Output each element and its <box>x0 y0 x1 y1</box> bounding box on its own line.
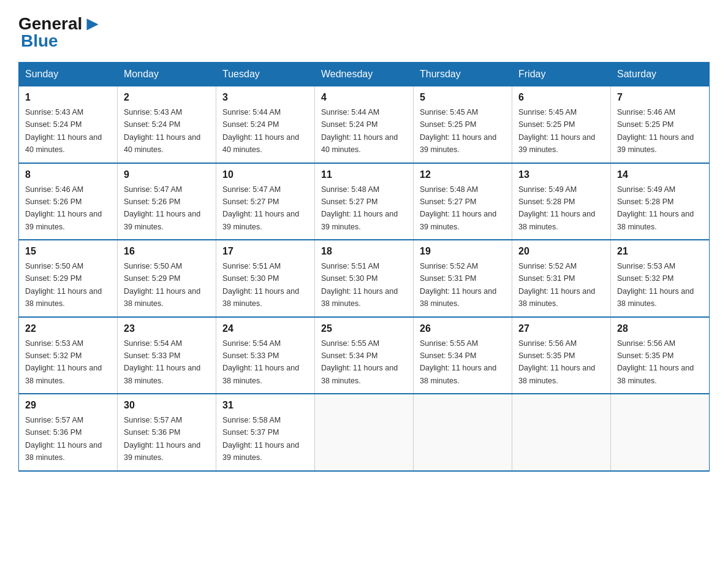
day-number: 23 <box>124 321 210 336</box>
weekday-header-row: SundayMondayTuesdayWednesdayThursdayFrid… <box>19 63 710 86</box>
calendar-cell: 21 Sunrise: 5:53 AMSunset: 5:32 PMDaylig… <box>611 240 710 317</box>
calendar-cell: 22 Sunrise: 5:53 AMSunset: 5:32 PMDaylig… <box>19 317 118 394</box>
day-info: Sunrise: 5:47 AMSunset: 5:27 PMDaylight:… <box>222 185 299 231</box>
calendar-cell: 11 Sunrise: 5:48 AMSunset: 5:27 PMDaylig… <box>315 163 414 240</box>
day-number: 5 <box>420 90 506 105</box>
day-info: Sunrise: 5:43 AMSunset: 5:24 PMDaylight:… <box>124 108 200 154</box>
day-info: Sunrise: 5:43 AMSunset: 5:24 PMDaylight:… <box>25 108 102 154</box>
calendar-cell: 17 Sunrise: 5:51 AMSunset: 5:30 PMDaylig… <box>216 240 315 317</box>
calendar-cell <box>611 394 710 471</box>
calendar-cell: 1 Sunrise: 5:43 AMSunset: 5:24 PMDayligh… <box>19 86 118 163</box>
calendar-cell: 10 Sunrise: 5:47 AMSunset: 5:27 PMDaylig… <box>216 163 315 240</box>
day-info: Sunrise: 5:57 AMSunset: 5:36 PMDaylight:… <box>25 416 102 462</box>
calendar-cell: 30 Sunrise: 5:57 AMSunset: 5:36 PMDaylig… <box>118 394 216 471</box>
weekday-header-wednesday: Wednesday <box>315 63 414 86</box>
calendar-cell <box>315 394 414 471</box>
day-number: 25 <box>321 321 407 336</box>
day-info: Sunrise: 5:57 AMSunset: 5:36 PMDaylight:… <box>124 416 200 462</box>
calendar-cell: 29 Sunrise: 5:57 AMSunset: 5:36 PMDaylig… <box>19 394 118 471</box>
day-number: 7 <box>617 90 703 105</box>
day-number: 19 <box>420 244 506 259</box>
day-info: Sunrise: 5:55 AMSunset: 5:34 PMDaylight:… <box>321 339 398 385</box>
day-info: Sunrise: 5:58 AMSunset: 5:37 PMDaylight:… <box>222 416 299 462</box>
day-info: Sunrise: 5:56 AMSunset: 5:35 PMDaylight:… <box>617 339 694 385</box>
logo-arrow-icon: ► <box>83 12 102 35</box>
calendar-cell: 28 Sunrise: 5:56 AMSunset: 5:35 PMDaylig… <box>611 317 710 394</box>
calendar-week-row: 15 Sunrise: 5:50 AMSunset: 5:29 PMDaylig… <box>19 240 710 317</box>
day-number: 22 <box>25 321 111 336</box>
day-number: 1 <box>25 90 111 105</box>
day-number: 31 <box>222 398 308 413</box>
day-number: 9 <box>124 167 210 182</box>
calendar-cell <box>512 394 611 471</box>
day-number: 26 <box>420 321 506 336</box>
day-number: 27 <box>518 321 604 336</box>
header: General ► Blue <box>18 12 710 51</box>
day-number: 15 <box>25 244 111 259</box>
day-number: 24 <box>222 321 308 336</box>
calendar-cell: 24 Sunrise: 5:54 AMSunset: 5:33 PMDaylig… <box>216 317 315 394</box>
day-number: 2 <box>124 90 210 105</box>
day-number: 3 <box>222 90 308 105</box>
calendar-cell: 25 Sunrise: 5:55 AMSunset: 5:34 PMDaylig… <box>315 317 414 394</box>
calendar-cell: 18 Sunrise: 5:51 AMSunset: 5:30 PMDaylig… <box>315 240 414 317</box>
weekday-header-tuesday: Tuesday <box>216 63 315 86</box>
logo-blue-text: Blue <box>21 31 58 51</box>
day-number: 16 <box>124 244 210 259</box>
day-info: Sunrise: 5:50 AMSunset: 5:29 PMDaylight:… <box>124 262 200 308</box>
day-info: Sunrise: 5:53 AMSunset: 5:32 PMDaylight:… <box>617 262 694 308</box>
day-info: Sunrise: 5:55 AMSunset: 5:34 PMDaylight:… <box>420 339 496 385</box>
weekday-header-sunday: Sunday <box>19 63 118 86</box>
day-number: 13 <box>518 167 604 182</box>
day-info: Sunrise: 5:47 AMSunset: 5:26 PMDaylight:… <box>124 185 200 231</box>
calendar-cell: 23 Sunrise: 5:54 AMSunset: 5:33 PMDaylig… <box>118 317 216 394</box>
day-number: 10 <box>222 167 308 182</box>
weekday-header-saturday: Saturday <box>611 63 710 86</box>
day-info: Sunrise: 5:53 AMSunset: 5:32 PMDaylight:… <box>25 339 102 385</box>
calendar-cell: 20 Sunrise: 5:52 AMSunset: 5:31 PMDaylig… <box>512 240 611 317</box>
day-info: Sunrise: 5:50 AMSunset: 5:29 PMDaylight:… <box>25 262 102 308</box>
day-info: Sunrise: 5:52 AMSunset: 5:31 PMDaylight:… <box>518 262 595 308</box>
day-info: Sunrise: 5:48 AMSunset: 5:27 PMDaylight:… <box>321 185 398 231</box>
weekday-header-friday: Friday <box>512 63 611 86</box>
calendar-cell: 16 Sunrise: 5:50 AMSunset: 5:29 PMDaylig… <box>118 240 216 317</box>
day-number: 4 <box>321 90 407 105</box>
calendar-cell <box>414 394 512 471</box>
day-info: Sunrise: 5:46 AMSunset: 5:25 PMDaylight:… <box>617 108 694 154</box>
day-number: 20 <box>518 244 604 259</box>
calendar-cell: 13 Sunrise: 5:49 AMSunset: 5:28 PMDaylig… <box>512 163 611 240</box>
calendar-cell: 9 Sunrise: 5:47 AMSunset: 5:26 PMDayligh… <box>118 163 216 240</box>
calendar-week-row: 8 Sunrise: 5:46 AMSunset: 5:26 PMDayligh… <box>19 163 710 240</box>
day-info: Sunrise: 5:45 AMSunset: 5:25 PMDaylight:… <box>518 108 595 154</box>
day-info: Sunrise: 5:45 AMSunset: 5:25 PMDaylight:… <box>420 108 496 154</box>
calendar-cell: 2 Sunrise: 5:43 AMSunset: 5:24 PMDayligh… <box>118 86 216 163</box>
logo-general-text: General <box>18 14 82 34</box>
day-info: Sunrise: 5:49 AMSunset: 5:28 PMDaylight:… <box>518 185 595 231</box>
day-number: 11 <box>321 167 407 182</box>
calendar-cell: 31 Sunrise: 5:58 AMSunset: 5:37 PMDaylig… <box>216 394 315 471</box>
calendar-cell: 6 Sunrise: 5:45 AMSunset: 5:25 PMDayligh… <box>512 86 611 163</box>
day-info: Sunrise: 5:54 AMSunset: 5:33 PMDaylight:… <box>222 339 299 385</box>
calendar-cell: 27 Sunrise: 5:56 AMSunset: 5:35 PMDaylig… <box>512 317 611 394</box>
day-number: 6 <box>518 90 604 105</box>
calendar-cell: 15 Sunrise: 5:50 AMSunset: 5:29 PMDaylig… <box>19 240 118 317</box>
day-info: Sunrise: 5:52 AMSunset: 5:31 PMDaylight:… <box>420 262 496 308</box>
calendar-cell: 5 Sunrise: 5:45 AMSunset: 5:25 PMDayligh… <box>414 86 512 163</box>
day-number: 12 <box>420 167 506 182</box>
calendar-cell: 8 Sunrise: 5:46 AMSunset: 5:26 PMDayligh… <box>19 163 118 240</box>
day-number: 30 <box>124 398 210 413</box>
day-info: Sunrise: 5:44 AMSunset: 5:24 PMDaylight:… <box>222 108 299 154</box>
calendar-cell: 3 Sunrise: 5:44 AMSunset: 5:24 PMDayligh… <box>216 86 315 163</box>
calendar-cell: 14 Sunrise: 5:49 AMSunset: 5:28 PMDaylig… <box>611 163 710 240</box>
calendar-week-row: 29 Sunrise: 5:57 AMSunset: 5:36 PMDaylig… <box>19 394 710 471</box>
day-info: Sunrise: 5:54 AMSunset: 5:33 PMDaylight:… <box>124 339 200 385</box>
calendar-cell: 4 Sunrise: 5:44 AMSunset: 5:24 PMDayligh… <box>315 86 414 163</box>
calendar-week-row: 1 Sunrise: 5:43 AMSunset: 5:24 PMDayligh… <box>19 86 710 163</box>
day-number: 17 <box>222 244 308 259</box>
day-number: 8 <box>25 167 111 182</box>
weekday-header-thursday: Thursday <box>414 63 512 86</box>
calendar-cell: 19 Sunrise: 5:52 AMSunset: 5:31 PMDaylig… <box>414 240 512 317</box>
day-number: 18 <box>321 244 407 259</box>
calendar-cell: 26 Sunrise: 5:55 AMSunset: 5:34 PMDaylig… <box>414 317 512 394</box>
calendar-cell: 7 Sunrise: 5:46 AMSunset: 5:25 PMDayligh… <box>611 86 710 163</box>
